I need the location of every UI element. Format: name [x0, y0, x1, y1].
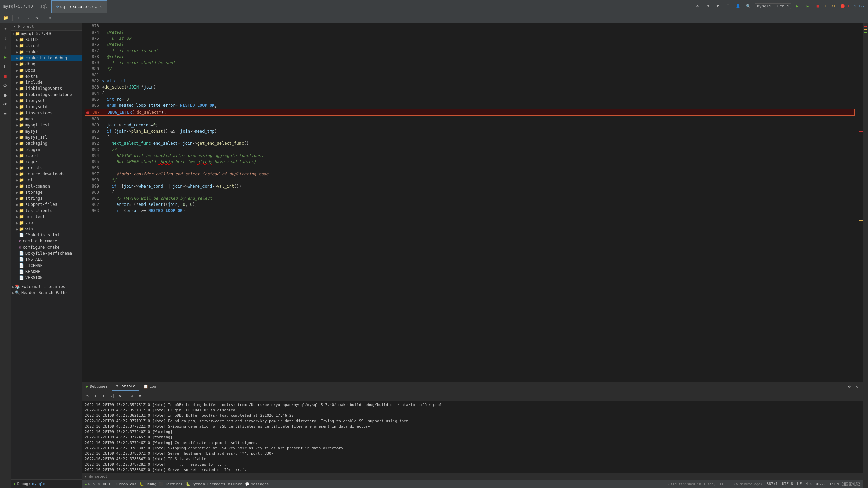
toolbar-icon-1[interactable]: ⚙ [694, 3, 701, 10]
toolbar-icon-3[interactable]: ▼ [714, 3, 721, 10]
project-label[interactable]: ▾ Project [14, 24, 34, 29]
breakpoint-icon[interactable]: ● [1, 91, 9, 99]
debug-run-cursor-btn[interactable]: →| [109, 393, 115, 399]
tree-item-win[interactable]: ▶ 📁 win [11, 226, 82, 232]
tree-item-mysys_ssl[interactable]: ▶ 📁 mysys_ssl [11, 134, 82, 140]
tree-item-libmysql[interactable]: ▶ 📁 libmysql [11, 98, 82, 104]
tree-item-man[interactable]: ▶ 📁 man [11, 116, 82, 122]
tree-item-VERSION[interactable]: ▶ 📄 VERSION [11, 275, 82, 281]
tree-item-client[interactable]: ▶ 📁 client [11, 43, 82, 49]
settings-icon[interactable]: ⚙ [46, 14, 54, 22]
tree-item-rapid[interactable]: ▶ 📁 rapid [11, 153, 82, 159]
debug-clear-btn[interactable]: ⊘ [129, 393, 135, 399]
search-icon[interactable]: 🔍 [745, 3, 752, 10]
tree-item-CMakeLists[interactable]: ▶ 📄 CMakeLists.txt [11, 232, 82, 238]
debug-step-out[interactable]: ↑ [1, 43, 9, 52]
debug-resume[interactable]: ▶ [1, 53, 9, 61]
tree-item-cmake[interactable]: ▶ 📁 cmake [11, 49, 82, 55]
todo-button[interactable]: ☑ TODO [98, 482, 110, 486]
scroll-markers [858, 23, 863, 382]
back-icon[interactable]: ← [15, 14, 23, 22]
tree-root[interactable]: ▾ 📁 mysql-5.7.40 [11, 31, 82, 37]
tree-item-support-files[interactable]: ▶ 📁 support-files [11, 201, 82, 208]
tree-item-external-libraries[interactable]: ▶ 📚 External Libraries [11, 284, 82, 290]
debug-close-icon[interactable]: ✕ [854, 384, 860, 390]
tree-item-storage[interactable]: ▶ 📁 storage [11, 189, 82, 195]
cmake-button[interactable]: ⚙ CMake [228, 482, 243, 486]
tree-item-libbinlogstandalone[interactable]: ▶ 📁 libbinlogstandalone [11, 92, 82, 98]
tree-item-regex[interactable]: ▶ 📁 regex [11, 159, 82, 165]
tree-item-unittest[interactable]: ▶ 📁 unittest [11, 214, 82, 220]
debug-step-in[interactable]: ↓ [1, 34, 9, 42]
tab-sql-executor[interactable]: ⚙ sql_executor.cc ✕ [51, 0, 107, 13]
run-button[interactable]: ▶ Run [85, 482, 95, 486]
tree-item-header-search-paths[interactable]: ▶ 🔍 Header Search Paths [11, 290, 82, 296]
tree-item-libservices[interactable]: ▶ 📁 libservices [11, 110, 82, 116]
tree-item-libbinlogevents[interactable]: ▶ 📁 libbinlogevents [11, 85, 82, 92]
tree-item-packaging[interactable]: ▶ 📁 packaging [11, 140, 82, 147]
messages-button[interactable]: 💬 Messages [245, 482, 269, 486]
run-icon[interactable]: ▶ [794, 3, 801, 10]
toolbar-icon-2[interactable]: ⊞ [704, 3, 711, 10]
tree-item-dbug[interactable]: ▶ 📁 dbug [11, 61, 82, 67]
code-content[interactable]: 873 874 @retval 875 0 if ok [82, 23, 858, 382]
project-icon[interactable]: 📁 [2, 14, 9, 22]
debug-content[interactable]: 2022-10-26T09:46:22.352751Z 0 [Note] Inn… [82, 401, 863, 473]
indent-indicator: 4 spac... [806, 482, 826, 487]
tree-item-INSTALL[interactable]: ▶ 📄 INSTALL [11, 256, 82, 262]
tree-item-testclients[interactable]: ▶ 📁 testclients [11, 208, 82, 214]
tree-item-mysql-test[interactable]: ▶ 📁 mysql-test [11, 122, 82, 128]
debugger-tab-icon: ▶ [86, 384, 89, 389]
tree-item-configure-cmake[interactable]: ▶ ⚙ configure.cmake [11, 244, 82, 250]
tree-item-config-h[interactable]: ▶ ⚙ config.h.cmake [11, 238, 82, 244]
debug-step-over-btn[interactable]: ↷ [84, 393, 91, 399]
debug-stop[interactable]: ■ [1, 72, 9, 80]
tree-item-source-downloads[interactable]: ▶ 📁 source_downloads [11, 171, 82, 177]
debug-tab-button[interactable]: 🐛 Debug [139, 482, 156, 486]
watch-icon[interactable]: 👁 [1, 100, 9, 109]
bp-area-873[interactable] [85, 23, 90, 29]
folder-icon: 📁 [19, 220, 24, 225]
tree-item-sql-common[interactable]: ▶ 📁 sql-common [11, 183, 82, 189]
debug-settings-icon[interactable]: ⚙ [846, 384, 852, 390]
tab-close-icon[interactable]: ✕ [100, 4, 102, 9]
debug-filter-btn[interactable]: ▼ [137, 393, 143, 399]
forward-icon[interactable]: → [24, 14, 32, 22]
tree-item-LICENSE[interactable]: ▶ 📄 LICENSE [11, 262, 82, 269]
debug-restart[interactable]: ⟳ [1, 81, 9, 90]
debug-step-over[interactable]: ↷ [1, 24, 9, 33]
tree-item-libmysqld[interactable]: ▶ 📁 libmysqld [11, 104, 82, 110]
tree-item-Docs[interactable]: ▶ 📁 Docs [11, 67, 82, 73]
user-icon[interactable]: 👤 [734, 3, 742, 10]
tree-item-BUILD[interactable]: ▶ 📁 BUILD [11, 37, 82, 43]
tree-item-extra[interactable]: ▶ 📁 extra [11, 73, 82, 79]
tree-item-scripts[interactable]: ▶ 📁 scripts [11, 165, 82, 171]
code-line-883: 883 ◀ do_select ( JOIN * join ) [85, 84, 855, 90]
tree-item-plugin[interactable]: ▶ 📁 plugin [11, 147, 82, 153]
log-line-12: 2022-10-26T09:46:22.378836Z 0 [Note] Ser… [85, 467, 860, 473]
debug-pause[interactable]: ⏸ [1, 62, 9, 71]
terminal-button[interactable]: ⬛ Terminal [159, 482, 183, 486]
tree-item-include[interactable]: ▶ 📁 include [11, 79, 82, 85]
tree-item-cmake-build-debug[interactable]: ▶ 📁 cmake-build-debug [11, 55, 82, 61]
breakpoint-dot-887[interactable]: ● [85, 109, 90, 115]
problems-button[interactable]: ⚠ Problems [116, 482, 137, 486]
debug-run-icon[interactable]: ▶ [804, 3, 811, 10]
toolbar-icon-4[interactable]: ☰ [724, 3, 732, 10]
tab-console[interactable]: ⊡ Console [112, 382, 139, 391]
python-button[interactable]: 🐍 Python Packages [186, 482, 225, 486]
tree-item-mysys[interactable]: ▶ 📁 mysys [11, 128, 82, 134]
refresh-icon[interactable]: ↻ [33, 14, 40, 22]
tree-item-README[interactable]: ▶ 📄 README [11, 269, 82, 275]
tree-item-strings[interactable]: ▶ 📁 strings [11, 195, 82, 201]
structure-icon[interactable]: ≡ [1, 110, 9, 118]
debug-step-out-btn[interactable]: ↑ [100, 393, 107, 399]
tab-log[interactable]: 📋 Log [139, 382, 160, 391]
tab-debugger[interactable]: ▶ Debugger [82, 382, 112, 391]
tree-item-vio[interactable]: ▶ 📁 vio [11, 220, 82, 226]
tree-item-sql[interactable]: ▶ 📁 sql [11, 177, 82, 183]
tree-item-doxyfile[interactable]: ▶ 📄 Doxyfile-perfschema [11, 250, 82, 256]
debug-evaluate-btn[interactable]: ≈ [117, 393, 123, 399]
debug-step-in-btn[interactable]: ↓ [92, 393, 99, 399]
stop-icon[interactable]: ■ [814, 3, 822, 10]
